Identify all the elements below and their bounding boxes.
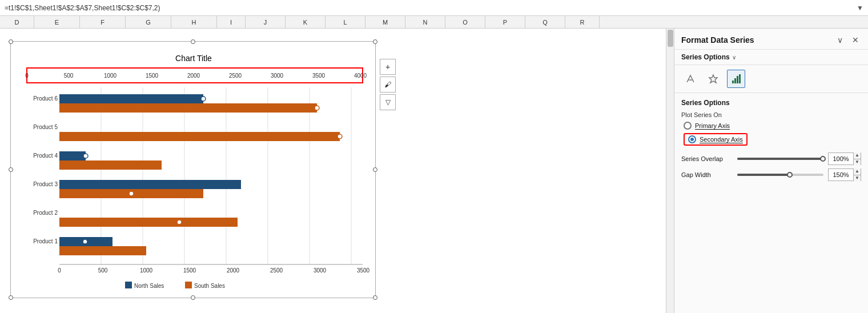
formula-bar-text: =t1!$C$1,Sheet1!$A$2:$A$7,Sheet1!$C$2:$C… — [5, 4, 852, 12]
gap-width-fill — [737, 174, 789, 176]
series-options-icon-tab[interactable] — [727, 70, 745, 88]
svg-text:3000: 3000 — [314, 267, 327, 274]
dp-p4-north — [83, 154, 88, 158]
svg-text:3500: 3500 — [357, 267, 370, 274]
series-options-chevron-icon: ∨ — [732, 54, 736, 61]
series-overlap-down-btn[interactable]: ▼ — [854, 159, 861, 166]
series-options-dropdown[interactable]: Series Options ∨ — [674, 50, 868, 65]
y-axis-labels: Product 6 Product 5 Product 4 Product 3 … — [33, 95, 58, 244]
handle-tl[interactable] — [9, 39, 13, 44]
gap-width-down-btn[interactable]: ▼ — [854, 175, 861, 182]
svg-text:Product 2: Product 2 — [33, 210, 58, 216]
col-header-L: L — [326, 16, 365, 28]
gap-width-track[interactable] — [737, 174, 823, 176]
series-overlap-value-box[interactable]: 100% ▲ ▼ — [828, 153, 861, 165]
secondary-axis-box: Secondary Axis — [684, 133, 748, 146]
formula-bar: =t1!$C$1,Sheet1!$A$2:$A$7,Sheet1!$C$2:$C… — [0, 0, 868, 16]
fill-line-icon-tab[interactable] — [681, 70, 700, 88]
formula-bar-dropdown[interactable]: ▼ — [852, 4, 863, 12]
sheet-area: Chart Title 0 500 1000 1500 2000 2500 30… — [0, 29, 666, 313]
series-overlap-value: 100% — [829, 155, 853, 162]
bar-product2-south — [59, 218, 238, 227]
bar-product6-north — [59, 94, 203, 103]
svg-text:500: 500 — [64, 73, 74, 79]
svg-text:1000: 1000 — [140, 267, 153, 274]
svg-text:1000: 1000 — [104, 73, 117, 79]
svg-rect-32 — [734, 78, 736, 83]
primary-axis-radio-circle — [684, 122, 692, 130]
chart-svg: Chart Title 0 500 1000 1500 2000 2500 30… — [11, 42, 376, 299]
primary-axis-radio[interactable]: Primary Axis — [684, 122, 861, 130]
primary-axis-label: Primary Axis — [695, 122, 730, 129]
col-header-E: E — [34, 16, 80, 28]
axis-radio-group: Primary Axis Secondary Axis — [684, 122, 861, 146]
legend-north-swatch — [125, 282, 132, 288]
panel-title: Format Data Series — [681, 35, 754, 45]
series-overlap-label: Series Overlap — [681, 155, 733, 162]
svg-text:Product 3: Product 3 — [33, 181, 58, 187]
dp-p1-north — [83, 239, 87, 244]
column-headers: DEFGHIJKLMNOPQR — [0, 16, 868, 29]
handle-ml[interactable] — [9, 167, 13, 172]
secondary-axis-radio-circle — [688, 135, 696, 143]
handle-bl[interactable] — [9, 295, 13, 300]
panel-header: Format Data Series ∨ ✕ — [674, 29, 868, 50]
handle-br[interactable] — [373, 295, 377, 300]
svg-marker-30 — [709, 75, 717, 83]
bottom-axis: 0 500 1000 1500 2000 2500 3000 3500 — [58, 267, 369, 274]
dp-p2-south — [177, 220, 182, 224]
scrollbar-thumb[interactable] — [668, 30, 673, 47]
dp-p3-south — [129, 191, 134, 196]
svg-rect-31 — [732, 81, 734, 83]
handle-mr[interactable] — [373, 167, 377, 172]
icon-row — [674, 65, 868, 93]
svg-text:1500: 1500 — [146, 73, 159, 79]
add-chart-element-btn[interactable]: + — [380, 59, 396, 75]
series-options-section: Series Options Plot Series On Primary Ax… — [674, 93, 868, 190]
chart-filter-btn[interactable]: ▽ — [380, 94, 396, 110]
col-header-F: F — [80, 16, 126, 28]
bar-product5-south — [59, 132, 340, 141]
legend-south-label: South Sales — [194, 283, 225, 289]
gridlines — [101, 87, 351, 264]
series-overlap-up-btn[interactable]: ▲ — [854, 153, 861, 159]
legend-south-swatch — [185, 282, 192, 288]
series-overlap-spinners: ▲ ▼ — [853, 153, 861, 165]
chart-style-btn[interactable]: 🖌 — [380, 77, 396, 93]
col-header-O: O — [445, 16, 485, 28]
gap-width-value-box[interactable]: 150% ▲ ▼ — [828, 168, 861, 181]
col-header-N: N — [405, 16, 445, 28]
gap-width-row: Gap Width 150% ▲ ▼ — [681, 168, 861, 181]
panel-collapse-btn[interactable]: ∨ — [835, 34, 845, 46]
dp-p6-north — [201, 97, 206, 101]
handle-bm[interactable] — [191, 295, 195, 300]
col-header-P: P — [485, 16, 525, 28]
svg-text:2000: 2000 — [227, 267, 240, 274]
effects-icon-tab[interactable] — [704, 70, 722, 88]
gap-width-value: 150% — [829, 171, 853, 178]
plot-series-on-label: Plot Series On — [681, 111, 861, 118]
format-data-series-panel: Format Data Series ∨ ✕ Series Options ∨ — [674, 29, 868, 313]
secondary-axis-label: Secondary Axis — [700, 136, 743, 143]
handle-tm[interactable] — [191, 39, 195, 44]
main-area: Chart Title 0 500 1000 1500 2000 2500 30… — [0, 29, 868, 313]
chart-container[interactable]: Chart Title 0 500 1000 1500 2000 2500 30… — [10, 41, 376, 298]
panel-close-btn[interactable]: ✕ — [850, 34, 861, 46]
svg-text:2000: 2000 — [187, 73, 200, 79]
gap-width-thumb[interactable] — [787, 172, 793, 178]
legend-north-label: North Sales — [134, 283, 164, 289]
chart-title: Chart Title — [175, 54, 212, 63]
col-header-Q: Q — [525, 16, 565, 28]
gap-width-up-btn[interactable]: ▲ — [854, 168, 861, 175]
svg-text:Product 6: Product 6 — [33, 95, 58, 102]
vertical-scrollbar[interactable] — [666, 29, 674, 313]
secondary-axis-radio[interactable]: Secondary Axis — [684, 133, 861, 146]
col-header-H: H — [171, 16, 217, 28]
series-overlap-thumb[interactable] — [820, 156, 826, 162]
series-overlap-track[interactable] — [737, 158, 823, 160]
handle-tr[interactable] — [373, 39, 377, 44]
svg-rect-34 — [739, 74, 741, 83]
chart-tools: + 🖌 ▽ — [380, 59, 396, 110]
svg-text:Product 5: Product 5 — [33, 124, 58, 130]
col-header-M: M — [365, 16, 405, 28]
